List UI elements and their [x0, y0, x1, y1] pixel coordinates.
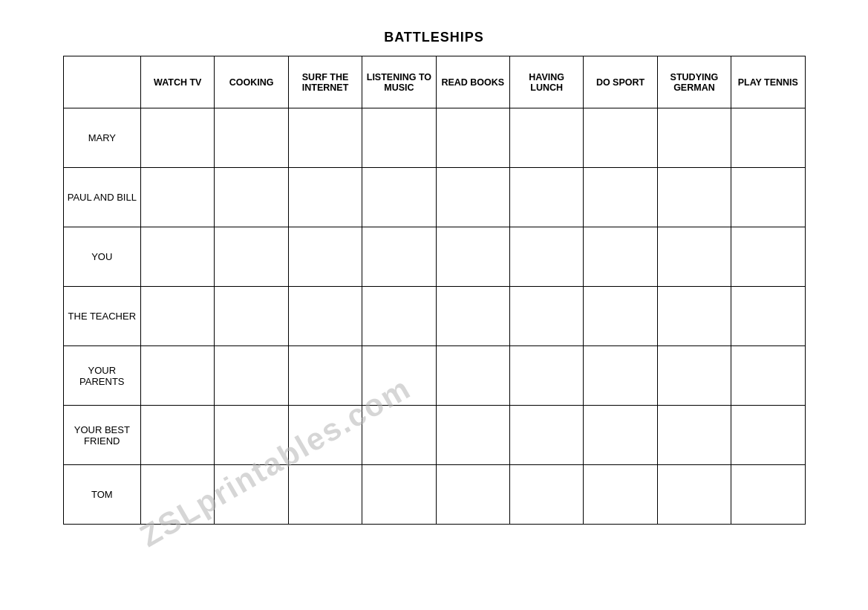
cell-you-do-sport[interactable]: [584, 227, 657, 287]
cell-your-parents-watch-tv[interactable]: [141, 346, 215, 406]
cell-paul-bill-watch-tv[interactable]: [141, 168, 215, 227]
table-row-mary: MARY: [63, 108, 805, 168]
cell-tom-surf-internet[interactable]: [288, 465, 362, 525]
row-label-paul-bill: PAUL AND BILL: [63, 168, 141, 227]
cell-teacher-read-books[interactable]: [436, 287, 509, 346]
cell-you-play-tennis[interactable]: [731, 227, 805, 287]
cell-your-parents-studying-german[interactable]: [657, 346, 731, 406]
row-label-teacher: THE TEACHER: [63, 287, 141, 346]
col-header-studying-german: STUDYING GERMAN: [657, 56, 731, 108]
cell-tom-do-sport[interactable]: [584, 465, 657, 525]
cell-your-parents-listening-music[interactable]: [362, 346, 436, 406]
cell-paul-bill-studying-german[interactable]: [657, 168, 731, 227]
cell-paul-bill-having-lunch[interactable]: [509, 168, 583, 227]
cell-tom-watch-tv[interactable]: [141, 465, 215, 525]
cell-tom-play-tennis[interactable]: [731, 465, 805, 525]
cell-you-watch-tv[interactable]: [141, 227, 215, 287]
col-header-watch-tv: WATCH TV: [141, 56, 215, 108]
table-row-tom: TOM: [63, 465, 805, 525]
col-header-surf-internet: SURF THE INTERNET: [288, 56, 362, 108]
table-row-paul-bill: PAUL AND BILL: [63, 168, 805, 227]
row-label-best-friend: YOUR BEST FRIEND: [63, 406, 141, 465]
cell-teacher-surf-internet[interactable]: [288, 287, 362, 346]
col-header-do-sport: DO SPORT: [584, 56, 657, 108]
col-header-having-lunch: HAVING LUNCH: [509, 56, 583, 108]
cell-tom-studying-german[interactable]: [657, 465, 731, 525]
cell-teacher-having-lunch[interactable]: [509, 287, 583, 346]
cell-your-parents-surf-internet[interactable]: [288, 346, 362, 406]
table-row-best-friend: YOUR BEST FRIEND: [63, 406, 805, 465]
col-header-play-tennis: PLAY TENNIS: [731, 56, 805, 108]
cell-paul-bill-play-tennis[interactable]: [731, 168, 805, 227]
cell-you-listening-music[interactable]: [362, 227, 436, 287]
cell-your-parents-do-sport[interactable]: [584, 346, 657, 406]
page-wrapper: BATTLESHIPS WATCH TVCOOKINGSURF THE INTE…: [63, 30, 806, 525]
col-header-listening-music: LISTENING TO MUSIC: [362, 56, 436, 108]
table-row-your-parents: YOUR PARENTS: [63, 346, 805, 406]
cell-best-friend-do-sport[interactable]: [584, 406, 657, 465]
col-header-cooking: COOKING: [215, 56, 288, 108]
cell-your-parents-play-tennis[interactable]: [731, 346, 805, 406]
row-label-your-parents: YOUR PARENTS: [63, 346, 141, 406]
cell-best-friend-listening-music[interactable]: [362, 406, 436, 465]
cell-you-studying-german[interactable]: [657, 227, 731, 287]
cell-teacher-studying-german[interactable]: [657, 287, 731, 346]
header-empty-cell: [63, 56, 141, 108]
cell-mary-read-books[interactable]: [436, 108, 509, 168]
cell-your-parents-having-lunch[interactable]: [509, 346, 583, 406]
cell-best-friend-surf-internet[interactable]: [288, 406, 362, 465]
row-label-you: YOU: [63, 227, 141, 287]
cell-mary-listening-music[interactable]: [362, 108, 436, 168]
cell-best-friend-play-tennis[interactable]: [731, 406, 805, 465]
cell-best-friend-studying-german[interactable]: [657, 406, 731, 465]
cell-you-cooking[interactable]: [215, 227, 288, 287]
row-label-tom: TOM: [63, 465, 141, 525]
cell-tom-listening-music[interactable]: [362, 465, 436, 525]
cell-mary-do-sport[interactable]: [584, 108, 657, 168]
cell-mary-studying-german[interactable]: [657, 108, 731, 168]
cell-you-read-books[interactable]: [436, 227, 509, 287]
cell-paul-bill-cooking[interactable]: [215, 168, 288, 227]
cell-teacher-do-sport[interactable]: [584, 287, 657, 346]
cell-your-parents-cooking[interactable]: [215, 346, 288, 406]
cell-mary-cooking[interactable]: [215, 108, 288, 168]
battleships-grid: WATCH TVCOOKINGSURF THE INTERNETLISTENIN…: [63, 56, 806, 525]
cell-best-friend-read-books[interactable]: [436, 406, 509, 465]
cell-tom-read-books[interactable]: [436, 465, 509, 525]
cell-mary-watch-tv[interactable]: [141, 108, 215, 168]
cell-mary-play-tennis[interactable]: [731, 108, 805, 168]
cell-mary-surf-internet[interactable]: [288, 108, 362, 168]
table-row-you: YOU: [63, 227, 805, 287]
cell-mary-having-lunch[interactable]: [509, 108, 583, 168]
cell-teacher-play-tennis[interactable]: [731, 287, 805, 346]
cell-paul-bill-read-books[interactable]: [436, 168, 509, 227]
cell-best-friend-watch-tv[interactable]: [141, 406, 215, 465]
cell-paul-bill-surf-internet[interactable]: [288, 168, 362, 227]
row-label-mary: MARY: [63, 108, 141, 168]
cell-best-friend-having-lunch[interactable]: [509, 406, 583, 465]
cell-teacher-cooking[interactable]: [215, 287, 288, 346]
cell-you-surf-internet[interactable]: [288, 227, 362, 287]
cell-best-friend-cooking[interactable]: [215, 406, 288, 465]
cell-paul-bill-listening-music[interactable]: [362, 168, 436, 227]
cell-you-having-lunch[interactable]: [509, 227, 583, 287]
cell-teacher-listening-music[interactable]: [362, 287, 436, 346]
cell-teacher-watch-tv[interactable]: [141, 287, 215, 346]
cell-tom-cooking[interactable]: [215, 465, 288, 525]
cell-your-parents-read-books[interactable]: [436, 346, 509, 406]
cell-paul-bill-do-sport[interactable]: [584, 168, 657, 227]
cell-tom-having-lunch[interactable]: [509, 465, 583, 525]
table-row-teacher: THE TEACHER: [63, 287, 805, 346]
col-header-read-books: READ BOOKS: [436, 56, 509, 108]
page-title: BATTLESHIPS: [63, 30, 806, 45]
